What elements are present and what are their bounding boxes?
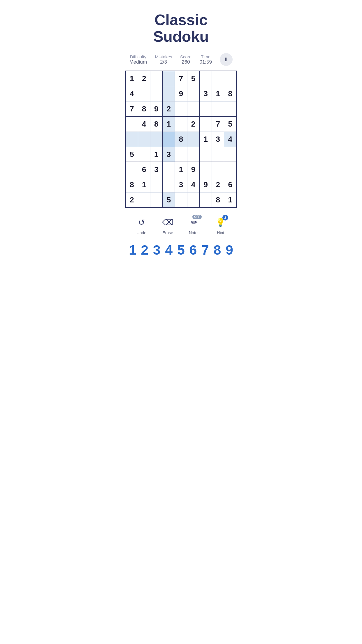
sudoku-cell[interactable]: 3 — [199, 86, 212, 101]
sudoku-cell[interactable] — [212, 162, 224, 177]
sudoku-cell[interactable]: 9 — [175, 86, 187, 101]
sudoku-cell[interactable] — [187, 147, 199, 162]
number-pad-button-4[interactable]: 4 — [163, 242, 175, 258]
sudoku-cell[interactable]: 8 — [150, 116, 162, 132]
sudoku-cell[interactable]: 5 — [187, 71, 199, 86]
sudoku-cell[interactable]: 7 — [175, 71, 187, 86]
sudoku-cell[interactable] — [199, 162, 212, 177]
number-pad-button-8[interactable]: 8 — [212, 242, 223, 258]
sudoku-cell[interactable] — [224, 101, 236, 116]
pause-button[interactable]: ⏸ — [220, 53, 233, 66]
mistakes-stat: Mistakes 2/3 — [155, 54, 172, 65]
sudoku-cell[interactable]: 3 — [163, 147, 175, 162]
sudoku-cell[interactable] — [224, 162, 236, 177]
sudoku-cell[interactable]: 1 — [212, 86, 224, 101]
sudoku-cell[interactable]: 5 — [224, 116, 236, 132]
sudoku-cell[interactable]: 1 — [163, 116, 175, 132]
sudoku-cell[interactable] — [163, 177, 175, 192]
sudoku-cell[interactable]: 4 — [224, 132, 236, 147]
sudoku-cell[interactable] — [199, 116, 212, 132]
sudoku-cell[interactable] — [163, 71, 175, 86]
sudoku-cell[interactable]: 1 — [224, 192, 236, 207]
sudoku-cell[interactable]: 1 — [199, 132, 212, 147]
sudoku-cell[interactable] — [138, 147, 150, 162]
sudoku-cell[interactable]: 9 — [187, 162, 199, 177]
sudoku-cell[interactable] — [175, 147, 187, 162]
sudoku-cell[interactable]: 8 — [212, 192, 224, 207]
sudoku-cell[interactable]: 7 — [126, 101, 138, 116]
sudoku-cell[interactable] — [150, 86, 162, 101]
sudoku-cell[interactable]: 7 — [212, 116, 224, 132]
notes-button[interactable]: ✏ OFF Notes — [188, 216, 201, 235]
sudoku-cell[interactable]: 4 — [187, 177, 199, 192]
sudoku-cell[interactable]: 9 — [199, 177, 212, 192]
sudoku-cell[interactable] — [199, 71, 212, 86]
erase-button[interactable]: ⌫ Erase — [161, 216, 174, 235]
sudoku-cell[interactable] — [212, 147, 224, 162]
sudoku-cell[interactable] — [138, 192, 150, 207]
sudoku-cell[interactable] — [175, 116, 187, 132]
number-pad-button-3[interactable]: 3 — [151, 242, 163, 258]
sudoku-cell[interactable]: 2 — [212, 177, 224, 192]
number-pad-button-5[interactable]: 5 — [175, 242, 187, 258]
undo-button[interactable]: ↺ Undo — [135, 216, 148, 235]
sudoku-cell[interactable]: 8 — [224, 86, 236, 101]
sudoku-cell[interactable] — [126, 132, 138, 147]
sudoku-cell[interactable]: 8 — [126, 177, 138, 192]
sudoku-cell[interactable] — [187, 101, 199, 116]
sudoku-cell[interactable]: 2 — [187, 116, 199, 132]
sudoku-cell[interactable] — [187, 192, 199, 207]
sudoku-cell[interactable] — [150, 177, 162, 192]
sudoku-cell[interactable]: 1 — [126, 71, 138, 86]
sudoku-cell[interactable] — [199, 147, 212, 162]
sudoku-cell[interactable] — [150, 132, 162, 147]
sudoku-cell[interactable] — [187, 86, 199, 101]
sudoku-cell[interactable] — [199, 192, 212, 207]
sudoku-cell[interactable]: 1 — [175, 162, 187, 177]
undo-icon: ↺ — [135, 216, 148, 229]
sudoku-cell[interactable]: 6 — [138, 162, 150, 177]
sudoku-cell[interactable] — [175, 101, 187, 116]
sudoku-cell[interactable] — [150, 192, 162, 207]
sudoku-cell[interactable] — [224, 71, 236, 86]
sudoku-cell[interactable] — [126, 162, 138, 177]
sudoku-cell[interactable] — [212, 101, 224, 116]
number-pad-button-6[interactable]: 6 — [187, 242, 199, 258]
sudoku-cell[interactable] — [126, 116, 138, 132]
sudoku-cell[interactable]: 2 — [163, 101, 175, 116]
number-pad-button-7[interactable]: 7 — [199, 242, 211, 258]
sudoku-cell[interactable]: 2 — [138, 71, 150, 86]
sudoku-cell[interactable]: 5 — [126, 147, 138, 162]
sudoku-cell[interactable]: 4 — [126, 86, 138, 101]
sudoku-cell[interactable]: 8 — [138, 101, 150, 116]
sudoku-cell[interactable]: 8 — [175, 132, 187, 147]
sudoku-cell[interactable] — [150, 71, 162, 86]
sudoku-cell[interactable] — [163, 86, 175, 101]
time-value: 01:59 — [199, 59, 212, 65]
sudoku-cell[interactable] — [163, 162, 175, 177]
number-pad-button-1[interactable]: 1 — [127, 242, 138, 258]
sudoku-cell[interactable]: 1 — [138, 177, 150, 192]
sudoku-cell[interactable]: 4 — [138, 116, 150, 132]
sudoku-cell[interactable] — [187, 132, 199, 147]
sudoku-cell[interactable] — [199, 101, 212, 116]
sudoku-cell[interactable]: 6 — [224, 177, 236, 192]
time-stat: Time 01:59 — [199, 54, 212, 65]
difficulty-stat: Difficulty Medium — [129, 54, 147, 65]
sudoku-cell[interactable]: 5 — [163, 192, 175, 207]
sudoku-cell[interactable] — [138, 132, 150, 147]
sudoku-cell[interactable]: 2 — [126, 192, 138, 207]
sudoku-cell[interactable]: 9 — [150, 101, 162, 116]
sudoku-cell[interactable] — [224, 147, 236, 162]
number-pad-button-9[interactable]: 9 — [224, 242, 235, 258]
sudoku-cell[interactable] — [175, 192, 187, 207]
sudoku-cell[interactable]: 3 — [150, 162, 162, 177]
number-pad-button-2[interactable]: 2 — [139, 242, 150, 258]
sudoku-cell[interactable] — [163, 132, 175, 147]
sudoku-cell[interactable]: 3 — [175, 177, 187, 192]
hint-button[interactable]: 💡 2 Hint — [214, 216, 227, 235]
sudoku-cell[interactable]: 1 — [150, 147, 162, 162]
sudoku-cell[interactable] — [212, 71, 224, 86]
sudoku-cell[interactable]: 3 — [212, 132, 224, 147]
sudoku-cell[interactable] — [138, 86, 150, 101]
